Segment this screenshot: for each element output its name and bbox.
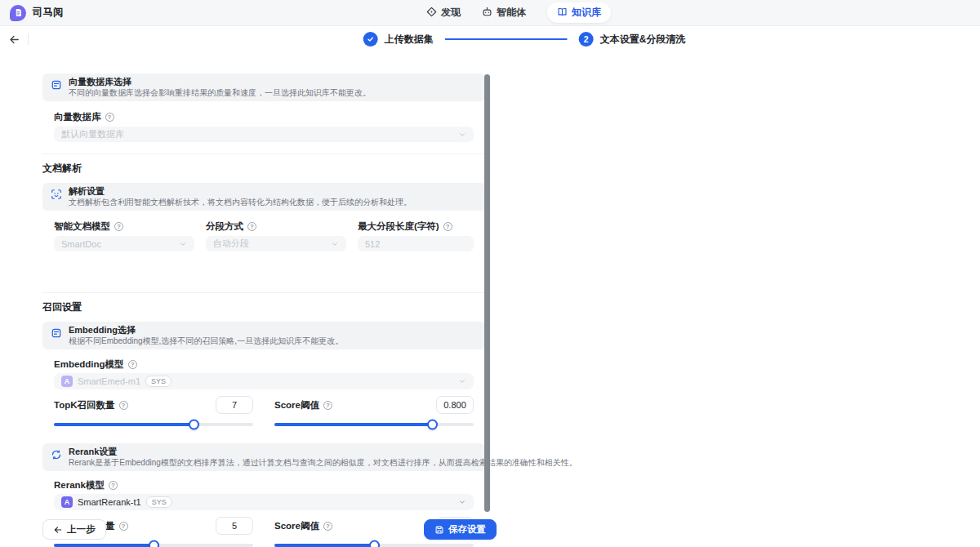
brand: 司马阅 <box>10 5 64 21</box>
nav-label-agent: 智能体 <box>497 6 526 20</box>
help-icon[interactable] <box>128 360 137 369</box>
max-segment-length-label: 最大分段长度(字符) <box>358 220 474 232</box>
robot-icon <box>482 7 492 20</box>
compass-icon <box>426 7 437 20</box>
nav-label-knowledge-base: 知识库 <box>572 6 601 20</box>
previous-step-button[interactable]: 上一步 <box>42 519 106 540</box>
sys-tag: SYS <box>145 376 172 387</box>
vector-db-section-title: 向量数据库选择 <box>69 76 371 87</box>
nav-item-agent[interactable]: 智能体 <box>482 6 526 20</box>
embedding-topk-input[interactable] <box>216 396 253 414</box>
help-icon[interactable] <box>119 401 128 410</box>
sys-tag: SYS <box>146 496 172 508</box>
save-icon <box>434 525 444 535</box>
model-badge-icon: A <box>61 376 73 387</box>
smartdoc-model-label: 智能文档模型 <box>54 220 194 232</box>
split-mode-select: 自动分段 <box>206 236 346 251</box>
help-icon[interactable] <box>443 222 452 231</box>
vector-db-field-label: 向量数据库 <box>54 111 474 122</box>
slider-thumb[interactable] <box>189 420 199 430</box>
rerank-topk-slider[interactable] <box>54 540 253 547</box>
embedding-section-desc: 根据不同Embedding模型,选择不同的召回策略,一旦选择此知识库不能更改。 <box>69 336 343 346</box>
step2-number: 2 <box>579 32 594 47</box>
chevron-down-icon <box>331 240 339 248</box>
database-icon <box>51 79 62 98</box>
save-settings-button[interactable]: 保存设置 <box>424 519 497 540</box>
app-logo-icon <box>10 5 26 21</box>
help-icon[interactable] <box>109 481 118 490</box>
embedding-topk-label: TopK召回数量 <box>54 399 128 411</box>
embedding-score-input[interactable] <box>436 396 474 414</box>
chevron-down-icon <box>179 240 187 248</box>
chevron-down-icon <box>458 131 466 139</box>
nav-label-discover: 发现 <box>441 6 461 20</box>
help-icon[interactable] <box>114 222 123 231</box>
scrollbar-thumb[interactable] <box>484 74 490 512</box>
top-app-bar: 司马阅 发现 智能体 知识库 <box>0 0 980 26</box>
section-divider <box>42 153 485 154</box>
recall-heading: 召回设置 <box>42 300 485 314</box>
book-icon <box>557 7 568 20</box>
chevron-down-icon <box>458 377 466 385</box>
embedding-model-value: SmartEmed-m1 <box>78 376 140 386</box>
rerank-model-label: Rerank模型 <box>54 479 474 491</box>
step1-label: 上传数据集 <box>385 33 434 47</box>
rerank-model-select[interactable]: A SmartRerank-t1 SYS <box>54 494 474 510</box>
vector-db-select: 默认向量数据库 <box>54 127 474 142</box>
rerank-model-value: SmartRerank-t1 <box>78 497 141 507</box>
parse-section-header: 解析设置 文档解析包含利用智能文档解析技术，将文档内容转化为结构化数据，便于后续… <box>42 183 485 211</box>
help-icon[interactable] <box>247 222 256 231</box>
database-icon <box>51 327 62 346</box>
header-divider <box>28 33 29 45</box>
nav-item-discover[interactable]: 发现 <box>426 6 461 20</box>
model-badge-icon: A <box>61 496 73 508</box>
help-icon[interactable] <box>323 401 332 410</box>
embedding-score-slider[interactable] <box>274 419 474 430</box>
slider-thumb[interactable] <box>149 540 159 547</box>
rerank-section-desc: Rerank是基于Embedding模型的文档排序算法，通过计算文档与查询之间的… <box>69 457 577 468</box>
help-icon[interactable] <box>105 113 114 122</box>
split-mode-label: 分段方式 <box>206 220 346 232</box>
vector-db-section-header: 向量数据库选择 不同的向量数据库选择会影响重排结果的质量和速度，一旦选择此知识库… <box>42 73 485 101</box>
chevron-down-icon <box>458 498 466 506</box>
embedding-section-header: Embedding选择 根据不同Embedding模型,选择不同的召回策略,一旦… <box>42 322 485 349</box>
arrow-left-icon <box>53 525 63 535</box>
rerank-score-slider[interactable] <box>274 540 474 547</box>
embedding-topk-param: TopK召回数量 <box>54 396 253 430</box>
rerank-section-header: Rerank设置 Rerank是基于Embedding模型的文档排序算法，通过计… <box>42 443 485 471</box>
settings-form: 向量数据库选择 不同的向量数据库选择会影响重排结果的质量和速度，一旦选择此知识库… <box>0 52 980 547</box>
nav-item-knowledge-base[interactable]: 知识库 <box>547 2 611 23</box>
rerank-cycle-icon <box>51 449 62 468</box>
embedding-model-select: A SmartEmed-m1 SYS <box>54 373 474 389</box>
section-divider <box>42 292 485 293</box>
step1-check-icon <box>363 32 378 47</box>
main-nav: 发现 智能体 知识库 <box>426 2 611 23</box>
slider-thumb[interactable] <box>427 420 438 430</box>
parse-section-desc: 文档解析包含利用智能文档解析技术，将文档内容转化为结构化数据，便于后续的分析和处… <box>69 197 412 207</box>
brand-name: 司马阅 <box>33 6 64 20</box>
parse-section-title: 解析设置 <box>69 185 412 197</box>
form-footer: 上一步 保存设置 <box>42 519 497 540</box>
rerank-section-title: Rerank设置 <box>69 446 577 457</box>
smartdoc-model-select: SmartDoc <box>54 236 194 251</box>
embedding-model-label: Embedding模型 <box>54 358 474 370</box>
stepper-connector <box>445 38 568 40</box>
embedding-topk-slider[interactable] <box>54 419 253 430</box>
embedding-score-label: Score阈值 <box>274 399 332 411</box>
vector-db-select-value: 默认向量数据库 <box>61 128 124 140</box>
back-button[interactable] <box>8 33 20 46</box>
stepper: 上传数据集 2 文本设置&分段清洗 <box>363 32 686 47</box>
embedding-section-title: Embedding选择 <box>69 324 343 336</box>
step2-label: 文本设置&分段清洗 <box>600 33 686 47</box>
vector-db-section-desc: 不同的向量数据库选择会影响重排结果的质量和速度，一旦选择此知识库不能更改。 <box>69 87 371 98</box>
max-segment-length-input: 512 <box>358 236 474 251</box>
embedding-score-param: Score阈值 <box>274 396 474 430</box>
scan-icon <box>51 189 62 207</box>
doc-parse-heading: 文档解析 <box>42 162 485 176</box>
page-header-bar: 上传数据集 2 文本设置&分段清洗 <box>0 26 980 52</box>
slider-thumb[interactable] <box>369 540 380 547</box>
